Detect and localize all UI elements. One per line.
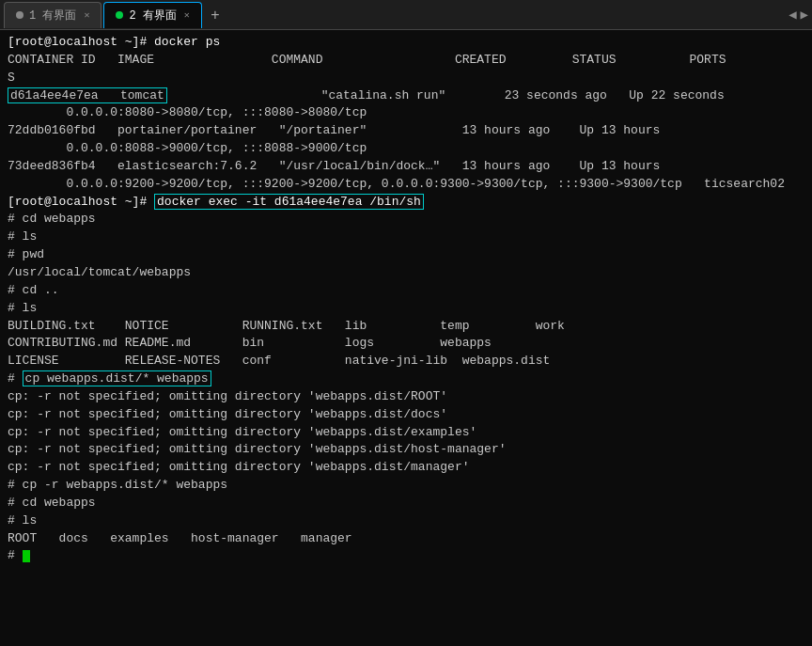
line-cd-up: # cd ..	[8, 282, 804, 300]
line-container2: 72ddb0160fbd portainer/portainer "/porta…	[8, 122, 804, 140]
tab2-dot	[116, 11, 123, 19]
line-cp-r: # cp -r webapps.dist/* webapps	[8, 477, 804, 495]
line-cp-warn5: cp: -r not specified; omitting directory…	[8, 459, 804, 477]
line-prompt-1: [root@localhost ~]# docker ps	[8, 34, 804, 52]
container1-id-highlight: d61a4ee4e7ea tomcat	[8, 87, 167, 103]
line-container3-ports: 0.0.0.0:9200->9200/tcp, :::9200->9200/tc…	[8, 176, 804, 194]
line-ls-1: # ls	[8, 228, 804, 246]
cp-cmd-highlight: cp webapps.dist/* webapps	[23, 370, 211, 386]
line-cp-warn3: cp: -r not specified; omitting directory…	[8, 424, 804, 442]
cursor-block	[23, 550, 30, 562]
line-cp-warn4: cp: -r not specified; omitting directory…	[8, 441, 804, 459]
line-pwd-output: /usr/local/tomcat/webapps	[8, 264, 804, 282]
tab2-label: 2 有界面	[129, 8, 176, 24]
line-container1-ports: 0.0.0.0:8080->8080/tcp, :::8080->8080/tc…	[8, 104, 804, 122]
tab1-close[interactable]: ✕	[84, 9, 89, 21]
line-ls-row3: LICENSE RELEASE-NOTES conf native-jni-li…	[8, 353, 804, 370]
line-cd-webapps: # cd webapps	[8, 211, 804, 228]
tab-1[interactable]: 1 有界面 ✕	[4, 2, 102, 28]
line-ls-3: # ls	[8, 512, 804, 530]
line-prompt-2: [root@localhost ~]# docker exec -it d61a…	[8, 194, 804, 212]
line-ls-webapps: ROOT docs examples host-manager manager	[8, 530, 804, 548]
tab1-label: 1 有界面	[29, 8, 76, 24]
line-pwd: # pwd	[8, 246, 804, 264]
line-container1: d61a4ee4e7ea tomcat "catalina.sh run" 23…	[8, 87, 804, 105]
line-ls-2: # ls	[8, 300, 804, 318]
exec-cmd-highlight: docker exec -it d61a4ee4e7ea /bin/sh	[154, 194, 424, 210]
line-header-s: S	[8, 70, 804, 87]
line-ls-row2: CONTRIBUTING.md README.md bin logs webap…	[8, 335, 804, 353]
line-cp-warn1: cp: -r not specified; omitting directory…	[8, 388, 804, 406]
tab1-dot	[16, 11, 23, 19]
line-header: CONTAINER ID IMAGE COMMAND CREATED STATU…	[8, 52, 804, 70]
line-container3: 73deed836fb4 elasticsearch:7.6.2 "/usr/l…	[8, 158, 804, 176]
tab-bar: 1 有界面 ✕ 2 有界面 ✕ + ◀ ▶	[0, 0, 812, 30]
line-cp-cmd: # cp webapps.dist/* webapps	[8, 370, 804, 388]
tab2-close[interactable]: ✕	[184, 9, 190, 21]
nav-next[interactable]: ▶	[801, 7, 808, 23]
line-cp-warn2: cp: -r not specified; omitting directory…	[8, 406, 804, 424]
nav-prev[interactable]: ◀	[789, 7, 796, 23]
tab-nav: ◀ ▶	[789, 7, 808, 23]
line-cd-webapps2: # cd webapps	[8, 495, 804, 512]
new-tab-button[interactable]: +	[204, 4, 226, 26]
line-container2-ports: 0.0.0.0:8088->9000/tcp, :::8088->9000/tc…	[8, 140, 804, 158]
line-cursor: #	[8, 547, 804, 565]
terminal: [root@localhost ~]# docker ps CONTAINER …	[0, 30, 812, 645]
line-ls-row1: BUILDING.txt NOTICE RUNNING.txt lib temp…	[8, 318, 804, 336]
tab-2[interactable]: 2 有界面 ✕	[103, 2, 201, 28]
